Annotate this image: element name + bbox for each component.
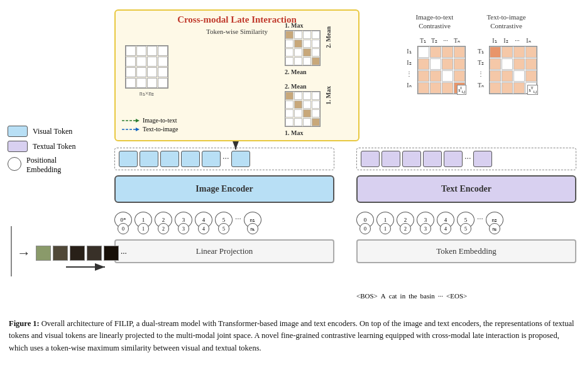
text-to-image-title: Text-to-imageContrastive <box>486 13 525 31</box>
text-input-ellipsis: ··· <box>438 292 443 300</box>
col-label: T₂ <box>429 35 440 46</box>
col-label: T₁ <box>417 35 429 46</box>
upper-result-group: 1. Max 2. Mean <box>285 22 321 75</box>
matrix-cell <box>126 67 136 77</box>
token-embedding-label: Token Embedding <box>436 246 496 256</box>
image-encoder-box: Image Encoder <box>114 175 334 203</box>
legend: Visual Token Textual Token PositionalEmb… <box>8 126 111 178</box>
text-encoder-box: Text Encoder <box>356 175 576 203</box>
text-to-image-matrix: sTi,j <box>489 46 537 94</box>
patch-token-3 <box>87 246 102 261</box>
input-token-wrapper: 2 2 <box>155 212 172 228</box>
text-ellipsis-tokens: ··· <box>477 214 483 226</box>
vertical-labels-lower: 1. Max <box>325 86 332 104</box>
col-label: Iₙ <box>523 35 534 46</box>
image-encoder-section: ··· Image Encoder 0* 0 1 1 2 2 <box>114 148 334 263</box>
vertical-max-label: 1. Max <box>325 86 332 104</box>
svg-marker-6 <box>136 119 140 122</box>
text-input-eos: <EOS> <box>446 292 467 300</box>
matrix-cell <box>158 57 168 67</box>
matrix-cell <box>126 57 136 67</box>
text-input-bos: <BOS> <box>356 292 378 300</box>
pos-embed-2: 2 <box>158 223 169 234</box>
textual-token <box>444 151 463 167</box>
text-pos-embed-0: 0 <box>359 223 371 234</box>
ellipsis-tokens: ··· <box>235 214 241 226</box>
col-labels-left: T₁ T₂ ··· Tₙ <box>417 35 463 46</box>
visual-token-icon <box>8 126 28 137</box>
matrix-cell <box>126 78 136 88</box>
text-input-in: in <box>400 292 406 300</box>
patch-token-2 <box>70 246 85 261</box>
image-output-token-row: ··· <box>114 148 334 170</box>
textual-token <box>361 151 380 167</box>
arrow-legend: Image-to-text Text-to-image <box>122 117 178 133</box>
input-token-wrapper: 4 4 <box>195 212 212 228</box>
matrix-cell <box>158 67 168 77</box>
textual-token <box>473 151 492 167</box>
cat-image-grid <box>11 226 12 276</box>
row-label: Tₙ <box>475 80 486 91</box>
step2-mean-lower-label: 2. Mean <box>285 83 321 90</box>
image-to-text-contrastive: Image-to-textContrastive T₁ T₂ ··· Tₙ I₁… <box>403 13 466 94</box>
linear-projection-label: Linear Projection <box>196 246 253 256</box>
matrix-cell <box>158 46 168 56</box>
caption-text: Overall architecture of FILIP, a dual-st… <box>9 319 574 352</box>
text-inputs-row: <BOS> A cat in the basin ··· <EOS> <box>356 292 467 300</box>
pos-embed-1: 1 <box>138 223 149 234</box>
col-label: ··· <box>512 35 523 46</box>
patch-token-1 <box>53 246 68 261</box>
ellipsis: ··· <box>222 154 229 164</box>
text-input-basin: basin <box>420 292 435 300</box>
patch-token-0 <box>36 246 51 261</box>
visual-token <box>160 151 179 167</box>
legend-positional-embedding: PositionalEmbedding <box>8 156 111 175</box>
col-label: I₂ <box>500 35 512 46</box>
cat-image-row: → ··· <box>11 226 108 280</box>
figure-label: Figure 1: <box>9 319 40 328</box>
row-label: Iₙ <box>403 80 415 91</box>
row-label: T₁ <box>475 46 486 57</box>
input-token-wrapper: 0* 0 <box>114 212 132 228</box>
lower-result-group: 2. Mean 1. Max <box>285 83 321 136</box>
row-labels-right: T₁ T₂ ⋮ Tₙ <box>475 46 486 91</box>
positional-embedding-icon <box>8 157 21 171</box>
text-input-token-wrapper: 4 4 <box>437 212 454 228</box>
text-input-a: A <box>381 292 386 300</box>
pos-embed-4: 4 <box>198 223 209 234</box>
visual-token <box>140 151 158 167</box>
score-badge-right: sTi,j <box>527 85 538 94</box>
row-label: ⋮ <box>475 68 486 80</box>
text-output-token-row: ··· <box>356 148 576 170</box>
matrix-cell <box>147 67 157 77</box>
image-patch-3 <box>11 243 12 259</box>
matrix-cell <box>147 46 157 56</box>
text-pos-embed-3: 3 <box>420 223 431 234</box>
patch-ellipsis: ··· <box>121 248 127 258</box>
img-to-text-label: Image-to-text <box>143 117 177 124</box>
row-labels-left: I₁ I₂ ⋮ Iₙ <box>403 46 415 91</box>
token-embedding-box: Token Embedding <box>356 239 576 263</box>
text-encoder-label: Text Encoder <box>441 184 491 194</box>
pos-embed-5: 5 <box>218 223 229 234</box>
row-label: I₂ <box>403 57 415 68</box>
text-input-token-wrapper: 3 3 <box>417 212 434 228</box>
score-badge-left: sIi,j <box>457 85 466 94</box>
text-pos-embed-1: 1 <box>380 223 391 234</box>
contrastive-left-wrapper: T₁ T₂ ··· Tₙ I₁ I₂ ⋮ Iₙ <box>417 46 466 94</box>
matrix-cell <box>147 78 157 88</box>
input-token-wrapper: 3 3 <box>175 212 192 228</box>
matrix-cell <box>136 78 146 88</box>
upper-result-matrix <box>285 30 321 66</box>
text-input-token-wrapper: 5 5 <box>457 212 475 228</box>
visual-token <box>202 151 221 167</box>
textual-token <box>423 151 442 167</box>
matrix-cell <box>158 78 168 88</box>
text-input-cat: cat <box>389 292 397 300</box>
text-pos-embed-n2: n₂ <box>489 223 500 234</box>
text-to-image-contrastive: Text-to-imageContrastive I₁ I₂ ··· Iₙ T₁… <box>475 13 537 94</box>
image-patch-0 <box>11 227 12 243</box>
row-label: T₂ <box>475 57 486 68</box>
visual-token <box>181 151 200 167</box>
image-to-text-matrix: sIi,j <box>417 46 466 94</box>
